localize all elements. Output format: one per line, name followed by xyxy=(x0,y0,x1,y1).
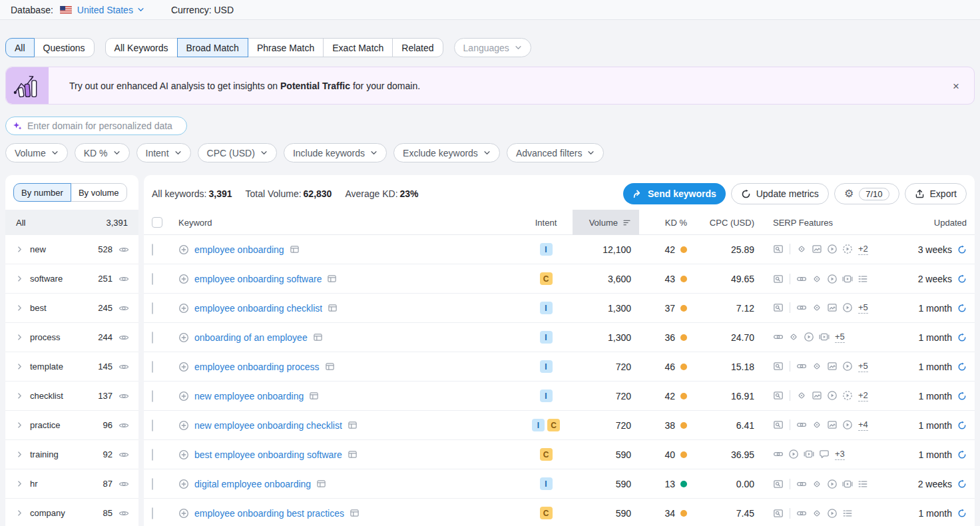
database-selector[interactable]: United States xyxy=(77,5,144,15)
serp-card-icon[interactable] xyxy=(325,362,335,372)
column-header-cpc[interactable]: CPC (USD) xyxy=(692,210,762,235)
filter-exclude-keywords[interactable]: Exclude keywords xyxy=(393,143,500,162)
group-item-practice[interactable]: practice96 xyxy=(5,411,138,440)
serp-more-badge[interactable]: +2 xyxy=(858,390,868,402)
filter-volume[interactable]: Volume xyxy=(5,143,68,162)
group-item-checklist[interactable]: checklist137 xyxy=(5,382,138,411)
plus-circle-icon[interactable] xyxy=(178,362,189,372)
serp-card-icon[interactable] xyxy=(290,244,300,254)
tab-questions[interactable]: Questions xyxy=(34,38,95,57)
refresh-icon[interactable] xyxy=(957,421,967,430)
row-checkbox[interactable] xyxy=(152,273,153,285)
eye-icon[interactable] xyxy=(119,303,129,314)
plus-circle-icon[interactable] xyxy=(178,274,189,284)
serp-more-badge[interactable]: +5 xyxy=(835,332,845,344)
row-checkbox[interactable] xyxy=(152,449,153,461)
group-item-process[interactable]: process244 xyxy=(5,323,138,352)
serp-card-icon[interactable] xyxy=(348,420,358,430)
tab-all[interactable]: All xyxy=(5,38,35,57)
filter-include-keywords[interactable]: Include keywords xyxy=(284,143,387,162)
refresh-icon[interactable] xyxy=(957,274,967,284)
eye-icon[interactable] xyxy=(119,391,129,401)
group-item-hr[interactable]: hr87 xyxy=(5,469,138,499)
toggle-by-number[interactable]: By number xyxy=(13,183,71,202)
refresh-icon[interactable] xyxy=(957,245,967,254)
serp-card-icon[interactable] xyxy=(313,332,323,342)
serp-card-icon[interactable] xyxy=(348,449,358,459)
row-checkbox[interactable] xyxy=(152,507,153,519)
plus-circle-icon[interactable] xyxy=(178,332,189,343)
tab-exact-match[interactable]: Exact Match xyxy=(323,38,393,57)
plus-circle-icon[interactable] xyxy=(178,449,189,460)
plus-circle-icon[interactable] xyxy=(178,508,189,519)
filter-intent[interactable]: Intent xyxy=(136,143,191,162)
refresh-icon[interactable] xyxy=(957,509,967,518)
row-checkbox[interactable] xyxy=(152,302,153,314)
refresh-icon[interactable] xyxy=(957,304,967,313)
toggle-by-volume[interactable]: By volume xyxy=(71,183,127,202)
group-item-software[interactable]: software251 xyxy=(5,264,138,294)
eye-icon[interactable] xyxy=(119,508,129,519)
column-header-volume[interactable]: Volume xyxy=(573,210,639,235)
serp-more-badge[interactable]: +5 xyxy=(858,302,868,314)
column-header-updated[interactable]: Updated xyxy=(892,210,967,235)
row-checkbox[interactable] xyxy=(152,361,153,373)
group-item-training[interactable]: training92 xyxy=(5,440,138,469)
serp-card-icon[interactable] xyxy=(327,274,337,284)
filter-advanced-filters[interactable]: Advanced filters xyxy=(507,143,605,162)
plus-circle-icon[interactable] xyxy=(178,391,189,401)
select-all-checkbox[interactable] xyxy=(152,217,162,228)
keyword-link[interactable]: employee onboarding software xyxy=(194,274,322,284)
metrics-quota-button[interactable]: ⚙ 7/10 xyxy=(834,183,899,204)
languages-dropdown[interactable]: Languages xyxy=(454,38,531,57)
send-keywords-button[interactable]: Send keywords xyxy=(623,183,726,204)
eye-icon[interactable] xyxy=(119,274,129,284)
serp-more-badge[interactable]: +2 xyxy=(858,244,868,256)
refresh-icon[interactable] xyxy=(957,479,967,489)
export-button[interactable]: Export xyxy=(905,183,967,204)
keyword-link[interactable]: new employee onboarding checklist xyxy=(194,420,342,431)
row-checkbox[interactable] xyxy=(152,419,153,431)
keyword-link[interactable]: best employee onboarding software xyxy=(194,449,342,460)
refresh-icon[interactable] xyxy=(957,392,967,401)
row-checkbox[interactable] xyxy=(152,244,153,256)
keyword-link[interactable]: employee onboarding checklist xyxy=(194,303,322,314)
update-metrics-button[interactable]: Update metrics xyxy=(731,183,829,204)
serp-card-icon[interactable] xyxy=(328,303,338,313)
row-checkbox[interactable] xyxy=(152,478,153,490)
group-item-company[interactable]: company85 xyxy=(5,499,138,526)
keyword-link[interactable]: onboarding of an employee xyxy=(194,332,308,343)
eye-icon[interactable] xyxy=(119,449,129,460)
serp-card-icon[interactable] xyxy=(309,391,319,401)
serp-more-badge[interactable]: +5 xyxy=(858,361,868,373)
plus-circle-icon[interactable] xyxy=(178,244,189,255)
eye-icon[interactable] xyxy=(119,332,129,343)
plus-circle-icon[interactable] xyxy=(178,479,189,489)
tab-phrase-match[interactable]: Phrase Match xyxy=(248,38,324,57)
keyword-link[interactable]: new employee onboarding xyxy=(194,391,304,401)
serp-card-icon[interactable] xyxy=(350,508,360,518)
refresh-icon[interactable] xyxy=(957,450,967,459)
keyword-link[interactable]: employee onboarding xyxy=(194,244,284,255)
filter-cpc-usd[interactable]: CPC (USD) xyxy=(198,143,277,162)
keyword-link[interactable]: employee onboarding process xyxy=(194,362,320,372)
refresh-icon[interactable] xyxy=(957,333,967,342)
tab-broad-match[interactable]: Broad Match xyxy=(177,38,248,57)
domain-input[interactable] xyxy=(27,121,180,131)
group-item-new[interactable]: new528 xyxy=(5,235,138,264)
filter-kd[interactable]: KD % xyxy=(75,143,130,162)
keyword-link[interactable]: employee onboarding best practices xyxy=(194,508,344,519)
serp-card-icon[interactable] xyxy=(316,479,326,489)
row-checkbox[interactable] xyxy=(152,332,153,344)
banner-close-button[interactable]: × xyxy=(953,80,959,91)
serp-more-badge[interactable]: +4 xyxy=(858,419,868,431)
row-checkbox[interactable] xyxy=(152,390,153,402)
eye-icon[interactable] xyxy=(119,479,129,489)
plus-circle-icon[interactable] xyxy=(178,303,189,314)
eye-icon[interactable] xyxy=(119,244,129,255)
column-header-kd[interactable]: KD % xyxy=(639,210,692,235)
tab-related[interactable]: Related xyxy=(392,38,443,57)
serp-more-badge[interactable]: +3 xyxy=(835,449,845,461)
eye-icon[interactable] xyxy=(119,420,129,431)
plus-circle-icon[interactable] xyxy=(178,420,189,431)
